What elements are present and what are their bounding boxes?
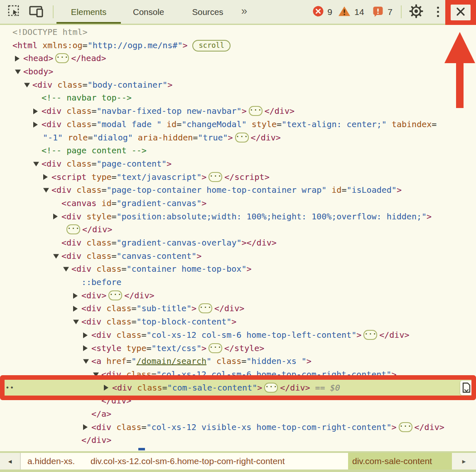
chevron-collapsed-icon[interactable] xyxy=(104,385,108,391)
dom-tree-row[interactable]: <div class="top-block-content"> xyxy=(0,315,476,329)
code-line-text: "-1" role="dialog" aria-hidden="true">··… xyxy=(43,131,281,145)
tab-sources[interactable]: Sources xyxy=(185,0,231,24)
dom-tree-row[interactable]: <div class="gradient-canvas-overlay"></d… xyxy=(0,236,476,250)
dom-tree-row[interactable]: "-1" role="dialog" aria-hidden="true">··… xyxy=(0,131,476,145)
dom-tree-row[interactable]: <div class="container home-top-box"> xyxy=(0,263,476,276)
code-token: = xyxy=(121,264,126,274)
dom-tree-row-selected[interactable]: <div class="com-sale-content">···</div> … xyxy=(0,381,476,395)
chevron-collapsed-icon[interactable] xyxy=(33,108,38,114)
dom-tree-row[interactable]: <!-- navbar top--> xyxy=(0,91,476,105)
chevron-expanded-icon[interactable] xyxy=(15,69,21,74)
dom-tree-row[interactable]: <a href="/domain/search" class="hidden-x… xyxy=(0,355,476,368)
breadcrumb-item-selected[interactable]: div.com-sale-content xyxy=(348,453,452,470)
error-count[interactable]: 9 xyxy=(325,0,334,24)
dom-tree-row[interactable]: <canvas id="gradient-canvas"> xyxy=(0,197,476,210)
code-token: ::before xyxy=(81,277,121,287)
chevron-expanded-icon[interactable] xyxy=(33,162,39,166)
issues-button[interactable] xyxy=(371,0,385,24)
dom-tree-row[interactable]: </div> xyxy=(0,434,476,447)
ellipsis-expand-icon[interactable]: ··· xyxy=(363,330,377,340)
dom-tree-row[interactable]: </div> xyxy=(0,394,476,408)
chevron-collapsed-icon[interactable] xyxy=(83,424,88,430)
inspect-element-button[interactable] xyxy=(7,0,22,24)
code-token: = xyxy=(112,172,117,182)
chevron-expanded-icon[interactable] xyxy=(63,267,69,272)
ellipsis-expand-icon[interactable]: ··· xyxy=(399,422,412,432)
dom-tree-row[interactable]: <body> xyxy=(0,65,476,79)
chevron-expanded-icon[interactable] xyxy=(93,372,99,377)
dom-tree-row[interactable]: ::before xyxy=(0,276,476,289)
warning-count[interactable]: 14 xyxy=(352,0,367,24)
ellipsis-expand-icon[interactable]: ··· xyxy=(264,383,278,393)
chevron-expanded-icon[interactable] xyxy=(83,359,89,364)
tab-console[interactable]: Console xyxy=(125,0,172,24)
code-token: "modal fade " xyxy=(96,119,162,129)
ellipsis-expand-icon[interactable]: ··· xyxy=(235,133,249,143)
ellipsis-expand-icon[interactable]: ··· xyxy=(199,303,212,313)
chevron-collapsed-icon[interactable] xyxy=(53,214,58,219)
chevron-expanded-icon[interactable] xyxy=(53,254,59,258)
dom-tree-row[interactable]: <!-- page content --> xyxy=(0,144,476,157)
chevron-collapsed-icon[interactable] xyxy=(15,56,20,61)
close-devtools-button[interactable] xyxy=(451,5,471,20)
code-token: <div xyxy=(81,317,101,327)
dom-tree-row[interactable]: <script type="text/javascript">···</scri… xyxy=(0,171,476,184)
ellipsis-expand-icon[interactable]: ··· xyxy=(108,290,122,300)
breadcrumb-back-button[interactable]: ◂ xyxy=(0,453,21,470)
ellipsis-expand-icon[interactable]: ··· xyxy=(66,224,80,234)
code-token: class xyxy=(61,159,91,169)
code-line-text: <div class="body-container"> xyxy=(32,79,172,92)
chevron-collapsed-icon[interactable] xyxy=(73,306,78,312)
customize-menu-button[interactable] xyxy=(433,0,443,24)
code-token: <div> xyxy=(81,290,106,300)
warning-count-button[interactable] xyxy=(337,0,351,24)
code-token: > xyxy=(191,303,196,313)
chevron-collapsed-icon[interactable] xyxy=(83,332,88,338)
dom-tree-row[interactable]: ···</div> xyxy=(0,223,476,236)
ellipsis-expand-icon[interactable]: ··· xyxy=(249,106,263,116)
ellipsis-expand-icon[interactable]: ··· xyxy=(55,53,69,63)
dom-tree-row[interactable]: <html xmlns:og="http://ogp.me/ns#">scrol… xyxy=(0,39,476,52)
dom-tree-row[interactable]: <div>···</div> xyxy=(0,289,476,302)
scroll-into-view-icon[interactable] xyxy=(460,381,473,395)
code-token: > xyxy=(391,422,396,432)
dom-tree-row[interactable]: <div class="modal fade " id="changeModal… xyxy=(0,118,476,131)
settings-button[interactable] xyxy=(408,0,424,24)
dom-tree-row[interactable]: <style type="text/css">···</style> xyxy=(0,342,476,355)
dom-tree-row[interactable]: <div class="page-content"> xyxy=(0,157,476,171)
dom-tree-row[interactable]: <div class="col-xs-12 visible-xs home-to… xyxy=(0,421,476,434)
dom-tree-row[interactable]: <div class="canvas-content"> xyxy=(0,250,476,263)
dom-tree-row[interactable]: <div class="col-xs-12 col-sm-6 home-top-… xyxy=(0,368,476,381)
dom-tree-row[interactable]: <div style="position:absolute;width: 100… xyxy=(0,210,476,224)
more-tabs-button[interactable]: » xyxy=(236,0,253,24)
breadcrumb-item[interactable]: div.col-xs-12.col-sm-6.home-top-com-righ… xyxy=(91,453,285,470)
breadcrumb-item[interactable]: a.hidden-xs. xyxy=(27,453,75,470)
dom-tree-row[interactable]: <div class="col-xs-12 col-sm-6 home-top-… xyxy=(0,329,476,342)
ellipsis-expand-icon[interactable]: ··· xyxy=(209,172,222,182)
code-line-text: <head>···</head> xyxy=(23,52,106,65)
kebab-menu-icon xyxy=(437,6,439,18)
dom-tree-row[interactable]: <div class="page-top-container home-top-… xyxy=(0,184,476,197)
chevron-collapsed-icon[interactable] xyxy=(73,293,78,299)
toggle-device-toolbar-button[interactable] xyxy=(28,0,45,24)
dom-tree-row[interactable]: <div class="body-container"> xyxy=(0,79,476,92)
chevron-expanded-icon[interactable] xyxy=(43,188,49,193)
error-count-button[interactable] xyxy=(312,0,325,24)
dom-tree-row[interactable]: <div class="navbar-fixed-top new-navbar"… xyxy=(0,105,476,118)
issue-count[interactable]: 7 xyxy=(385,0,395,24)
chevron-collapsed-icon[interactable] xyxy=(43,174,48,180)
breadcrumb-bar: ◂ a.hidden-xs. div.col-xs-12.col-sm-6.ho… xyxy=(0,451,476,472)
chevron-expanded-icon[interactable] xyxy=(73,320,79,324)
dom-tree-row[interactable]: <!DOCTYPE html> xyxy=(0,26,476,39)
breadcrumb-forward-button[interactable]: ▸ xyxy=(452,453,476,470)
chevron-expanded-icon[interactable] xyxy=(24,83,30,87)
code-token: class xyxy=(52,80,82,90)
code-token: <style xyxy=(91,343,121,353)
ellipsis-expand-icon[interactable]: ··· xyxy=(209,343,222,353)
tab-elements[interactable]: Elements xyxy=(56,0,121,24)
dom-tree-row[interactable]: </a> xyxy=(0,408,476,421)
dom-tree-row[interactable]: <head>···</head> xyxy=(0,52,476,65)
dom-tree-row[interactable]: <div class="sub-title">···</div> xyxy=(0,302,476,315)
chevron-collapsed-icon[interactable] xyxy=(33,122,38,128)
chevron-collapsed-icon[interactable] xyxy=(83,345,88,351)
